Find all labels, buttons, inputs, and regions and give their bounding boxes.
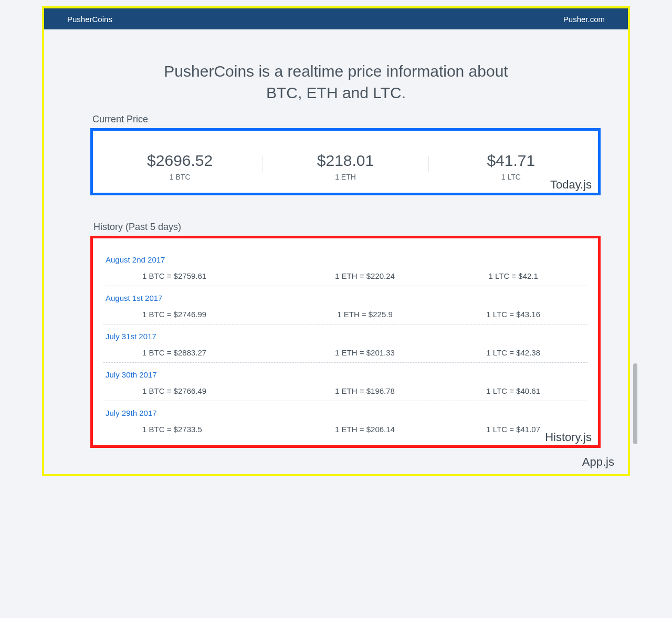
btc-unit: 1 BTC: [97, 173, 262, 181]
history-row: August 1st 2017 1 BTC = $2746.99 1 ETH =…: [103, 286, 587, 324]
btc-price: $2696.52: [97, 152, 262, 170]
scrollbar-thumb[interactable]: [633, 363, 637, 444]
history-eth: 1 ETH = $225.9: [291, 310, 439, 319]
history-date: August 2nd 2017: [103, 255, 587, 264]
history-date: July 29th 2017: [103, 408, 587, 417]
hero-line1: PusherCoins is a realtime price informat…: [164, 62, 508, 80]
history-ltc: 1 LTC = $40.61: [439, 386, 587, 395]
history-btc: 1 BTC = $2766.49: [103, 386, 291, 395]
ltc-price: $41.71: [428, 152, 594, 170]
history-ltc: 1 LTC = $42.1: [439, 271, 587, 280]
history-eth: 1 ETH = $201.33: [291, 348, 439, 357]
history-btc: 1 BTC = $2883.27: [103, 348, 291, 357]
history-ltc: 1 LTC = $43.16: [439, 310, 587, 319]
hero-text: PusherCoins is a realtime price informat…: [44, 29, 628, 112]
history-eth: 1 ETH = $220.24: [291, 271, 439, 280]
app-container: PusherCoins Pusher.com PusherCoins is a …: [42, 6, 630, 476]
history-row: August 2nd 2017 1 BTC = $2759.61 1 ETH =…: [103, 248, 587, 286]
external-link[interactable]: Pusher.com: [563, 15, 605, 24]
app-caption: App.js: [582, 455, 614, 469]
top-nav: PusherCoins Pusher.com: [44, 8, 628, 29]
history-component: August 2nd 2017 1 BTC = $2759.61 1 ETH =…: [90, 236, 601, 448]
history-date: July 30th 2017: [103, 370, 587, 379]
eth-price-col: $218.01 1 ETH: [262, 152, 428, 181]
history-caption: History.js: [545, 431, 592, 444]
history-date: July 31st 2017: [103, 332, 587, 341]
hero-line2: BTC, ETH and LTC.: [266, 84, 406, 101]
history-label: History (Past 5 days): [93, 222, 628, 233]
history-row: July 31st 2017 1 BTC = $2883.27 1 ETH = …: [103, 324, 587, 362]
history-eth: 1 ETH = $196.78: [291, 386, 439, 395]
today-caption: Today.js: [550, 178, 592, 192]
history-btc: 1 BTC = $2746.99: [103, 310, 291, 319]
history-row: July 29th 2017 1 BTC = $2733.5 1 ETH = $…: [103, 401, 587, 439]
current-price-label: Current Price: [92, 114, 628, 125]
btc-price-col: $2696.52 1 BTC: [97, 152, 262, 181]
history-eth: 1 ETH = $206.14: [291, 425, 439, 434]
today-component: $2696.52 1 BTC $218.01 1 ETH $41.71 1 LT…: [90, 128, 601, 195]
history-date: August 1st 2017: [103, 294, 587, 302]
history-row: July 30th 2017 1 BTC = $2766.49 1 ETH = …: [103, 362, 587, 401]
eth-unit: 1 ETH: [262, 173, 428, 181]
history-btc: 1 BTC = $2733.5: [103, 425, 291, 434]
ltc-price-col: $41.71 1 LTC: [428, 152, 594, 181]
eth-price: $218.01: [262, 152, 428, 170]
history-ltc: 1 LTC = $42.38: [439, 348, 587, 357]
brand-link[interactable]: PusherCoins: [67, 15, 112, 24]
history-btc: 1 BTC = $2759.61: [103, 271, 291, 280]
